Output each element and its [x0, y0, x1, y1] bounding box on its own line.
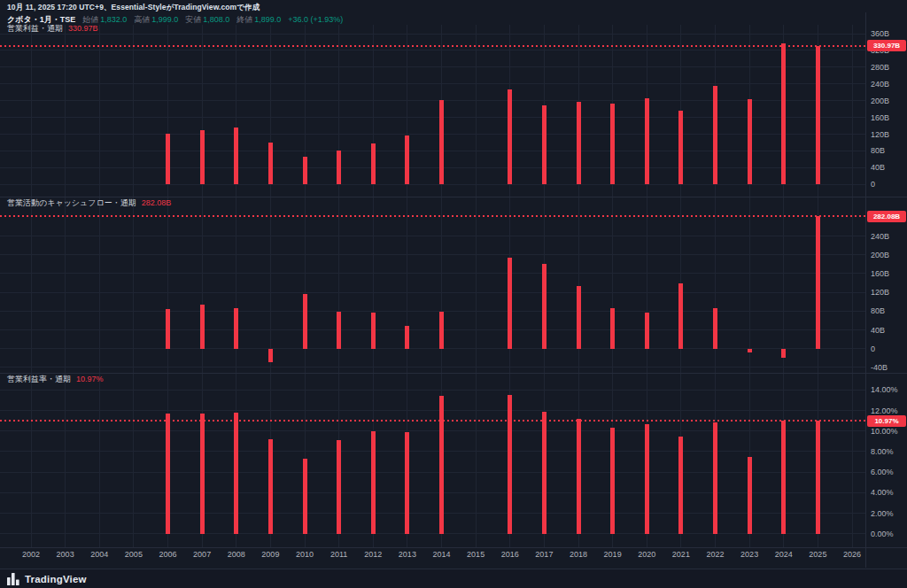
price-tick-label: -40B — [871, 363, 888, 372]
bar-operating-margin-2012[interactable] — [371, 431, 376, 534]
bar-operating-profit-2011[interactable] — [337, 151, 341, 185]
bar-operating-cash-flow-2007[interactable] — [200, 305, 205, 348]
bar-operating-margin-2008[interactable] — [234, 413, 238, 534]
bar-operating-profit-2016[interactable] — [508, 89, 512, 184]
pane-legend-operating-profit: 営業利益・通期330.97B — [7, 23, 98, 35]
bar-operating-profit-2025[interactable] — [816, 46, 820, 185]
bar-operating-margin-2019[interactable] — [610, 428, 615, 533]
pane-separator[interactable] — [0, 547, 907, 548]
brand-wordmark[interactable]: TradingView — [25, 574, 87, 584]
bar-operating-cash-flow-2009[interactable] — [268, 349, 273, 362]
time-tick-label-2016: 2016 — [501, 550, 519, 559]
bar-operating-margin-2017[interactable] — [542, 412, 547, 534]
price-tick-label: 4.00% — [871, 488, 894, 497]
gridline-horizontal — [0, 151, 865, 151]
bar-operating-cash-flow-2018[interactable] — [577, 286, 581, 348]
bar-operating-margin-2013[interactable] — [405, 432, 409, 534]
tradingview-logo-icon[interactable] — [7, 573, 19, 585]
bar-operating-cash-flow-2017[interactable] — [542, 264, 547, 348]
bar-operating-margin-2011[interactable] — [337, 440, 341, 534]
bar-operating-cash-flow-2020[interactable] — [645, 313, 649, 349]
gridline-vertical — [31, 25, 32, 547]
bar-operating-cash-flow-2024[interactable] — [781, 349, 786, 359]
bar-operating-profit-2008[interactable] — [234, 128, 238, 184]
bar-operating-profit-2019[interactable] — [610, 104, 615, 184]
bar-operating-cash-flow-2014[interactable] — [439, 312, 444, 349]
bar-operating-profit-2021[interactable] — [678, 111, 683, 184]
indicator-title[interactable]: 営業活動のキャッシュフロー・通期 — [7, 198, 136, 207]
pane-separator[interactable] — [0, 373, 907, 374]
time-tick-label-2018: 2018 — [570, 550, 587, 559]
bar-operating-margin-2025[interactable] — [816, 421, 820, 533]
time-tick-label-2003: 2003 — [57, 550, 74, 559]
time-tick-label-2020: 2020 — [638, 550, 655, 559]
bar-operating-profit-2024[interactable] — [781, 43, 786, 184]
bar-operating-profit-2013[interactable] — [405, 135, 409, 184]
indicator-value: 330.97B — [68, 24, 98, 33]
gridline-vertical — [65, 25, 66, 547]
bar-operating-cash-flow-2012[interactable] — [371, 313, 376, 348]
gridline-horizontal — [0, 451, 865, 452]
bar-operating-margin-2007[interactable] — [200, 414, 205, 534]
current-value-chip: 10.97% — [867, 415, 906, 427]
time-tick-label-2007: 2007 — [193, 550, 211, 559]
bar-operating-cash-flow-2021[interactable] — [678, 283, 683, 349]
price-tick-label: 80B — [871, 146, 885, 155]
bar-operating-cash-flow-2013[interactable] — [405, 326, 409, 348]
indicator-value: 282.08B — [142, 198, 172, 207]
current-value-chip: 282.08B — [867, 211, 906, 222]
bar-operating-cash-flow-2011[interactable] — [337, 312, 341, 348]
bar-operating-cash-flow-2006[interactable] — [166, 309, 170, 349]
current-value-chip: 330.97B — [867, 40, 906, 51]
bar-operating-profit-2006[interactable] — [166, 134, 170, 185]
bar-operating-cash-flow-2016[interactable] — [508, 258, 512, 349]
bar-operating-profit-2017[interactable] — [542, 105, 547, 184]
bar-operating-margin-2016[interactable] — [508, 395, 512, 534]
bar-operating-margin-2010[interactable] — [303, 459, 307, 534]
time-tick-label-2021: 2021 — [672, 550, 690, 559]
chart-area[interactable]: 360B320B280B240B200B160B120B80B40B0330.9… — [0, 0, 907, 588]
bar-operating-margin-2023[interactable] — [748, 457, 752, 534]
bar-operating-margin-2021[interactable] — [678, 437, 683, 534]
bar-operating-profit-2012[interactable] — [371, 143, 376, 184]
bar-operating-margin-2006[interactable] — [166, 414, 170, 534]
bar-operating-profit-2020[interactable] — [645, 98, 649, 184]
bar-operating-profit-2007[interactable] — [200, 130, 205, 184]
indicator-title[interactable]: 営業利益率・通期 — [7, 375, 71, 383]
bar-operating-cash-flow-2010[interactable] — [303, 294, 307, 348]
gridline-horizontal — [0, 66, 865, 67]
current-value-line — [0, 45, 865, 47]
time-tick-label-2019: 2019 — [604, 550, 622, 559]
bar-operating-profit-2009[interactable] — [268, 143, 273, 185]
bar-operating-profit-2022[interactable] — [713, 86, 717, 185]
price-tick-label: 0.00% — [871, 530, 894, 538]
bar-operating-margin-2009[interactable] — [268, 439, 273, 534]
bar-operating-cash-flow-2019[interactable] — [610, 308, 615, 349]
gridline-horizontal — [0, 273, 865, 274]
bar-operating-cash-flow-2008[interactable] — [234, 308, 238, 349]
bar-operating-margin-2024[interactable] — [781, 421, 786, 534]
gridline-horizontal — [0, 50, 865, 50]
bar-operating-profit-2010[interactable] — [303, 157, 307, 185]
bar-operating-margin-2022[interactable] — [713, 422, 717, 533]
bar-operating-margin-2018[interactable] — [577, 419, 581, 534]
bar-operating-profit-2014[interactable] — [439, 100, 444, 184]
bar-operating-margin-2014[interactable] — [439, 396, 444, 533]
price-tick-label: 2.00% — [871, 509, 894, 518]
bar-operating-cash-flow-2023[interactable] — [748, 349, 752, 352]
price-tick-label: 160B — [871, 269, 889, 278]
bar-operating-margin-2020[interactable] — [645, 424, 649, 534]
bar-operating-cash-flow-2025[interactable] — [816, 216, 820, 349]
time-tick-label-2014: 2014 — [432, 550, 450, 559]
bar-operating-profit-2018[interactable] — [577, 102, 581, 184]
indicator-title[interactable]: 営業利益・通期 — [7, 24, 63, 33]
bar-operating-cash-flow-2022[interactable] — [713, 308, 717, 349]
pane-legend-operating-margin: 営業利益率・通期10.97% — [7, 374, 104, 385]
gridline-horizontal — [0, 34, 865, 35]
price-tick-label: 40B — [871, 326, 885, 335]
gridline-horizontal — [0, 329, 865, 330]
current-value-line — [0, 215, 865, 217]
gridline-horizontal — [0, 410, 865, 411]
time-tick-label-2013: 2013 — [399, 550, 416, 559]
bar-operating-profit-2023[interactable] — [748, 99, 752, 184]
